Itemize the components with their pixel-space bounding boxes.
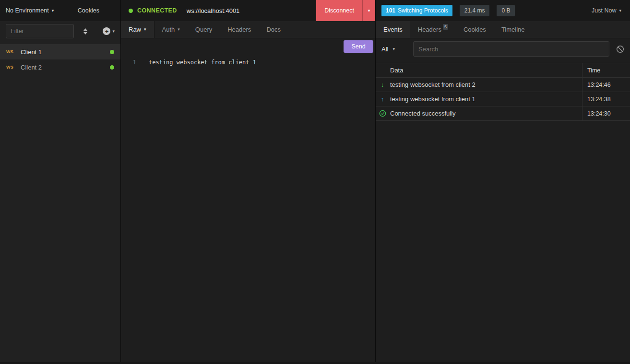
event-data: testing websocket from client 1 (389, 92, 582, 106)
sidebar: No Environment ▾ Cookies + ▾ WS Client 1… (0, 0, 121, 362)
icon-column-header (376, 63, 389, 77)
response-tabs: Events Headers 5 Cookies Timeline (376, 21, 630, 38)
disconnect-label: Disconnect (316, 0, 362, 21)
tab-raw-label: Raw (129, 26, 141, 33)
message-editor[interactable]: 1 testing websocket from client 1 (121, 55, 375, 362)
event-type-select[interactable]: All ▾ (381, 46, 408, 53)
tab-events-label: Events (383, 26, 403, 33)
tab-query[interactable]: Query (188, 21, 220, 38)
tab-cookies-label: Cookies (464, 26, 486, 33)
connection-status-dot (129, 9, 133, 13)
send-row: Send (121, 38, 375, 55)
tab-response-headers[interactable]: Headers 5 (410, 21, 456, 38)
arrow-down-icon: ↓ (381, 82, 384, 88)
environment-label: No Environment (6, 7, 49, 14)
tab-events[interactable]: Events (376, 21, 410, 38)
freshness-label: Just Now (592, 7, 616, 14)
editor-content[interactable]: testing websocket from client 1 (149, 59, 256, 66)
request-name: Client 1 (21, 48, 42, 56)
add-request-button[interactable]: + ▾ (103, 27, 115, 35)
events-table-header: Data Time (376, 63, 630, 78)
chevron-down-icon: ▾ (112, 29, 115, 34)
event-row[interactable]: ↑ testing websocket from client 1 13:24:… (376, 92, 630, 106)
tab-raw[interactable]: Raw ▾ (121, 21, 155, 38)
tab-query-label: Query (195, 26, 212, 33)
status-badge: 101 Switching Protocols (381, 5, 452, 16)
events-table: Data Time ↓ testing websocket from clien… (376, 63, 630, 121)
chevron-down-icon[interactable]: ▾ (362, 0, 375, 21)
chevron-down-icon: ▾ (392, 47, 395, 51)
chevron-down-icon: ▾ (178, 27, 180, 32)
request-topbar: CONNECTED ws://localhost:4001 Disconnect… (121, 0, 375, 21)
tab-timeline-label: Timeline (501, 26, 525, 33)
response-time-badge: 21.4 ms (460, 5, 490, 16)
send-button[interactable]: Send (344, 40, 373, 53)
event-type-select-value: All (381, 46, 388, 53)
event-time: 13:24:46 (582, 78, 630, 92)
ws-type-badge: WS (6, 65, 21, 70)
cookies-button[interactable]: Cookies (78, 7, 99, 14)
tab-response-headers-label: Headers (418, 26, 441, 33)
events-filter-row: All ▾ (376, 38, 630, 59)
tab-headers-label: Headers (227, 26, 251, 33)
plus-circle-icon: + (103, 27, 110, 35)
event-row[interactable]: ↓ testing websocket from client 2 13:24:… (376, 78, 630, 92)
icon-cell: ↓ (376, 78, 389, 92)
tab-headers[interactable]: Headers (220, 21, 259, 38)
request-name: Client 2 (21, 64, 42, 71)
tab-timeline[interactable]: Timeline (494, 21, 533, 38)
request-item-client-2[interactable]: WS Client 2 (0, 59, 120, 75)
chevron-down-icon: ▾ (144, 27, 146, 32)
status-text: Switching Protocols (398, 7, 448, 14)
ws-type-badge: WS (6, 49, 21, 54)
tab-auth-label: Auth (162, 26, 175, 33)
check-circle-icon (379, 110, 386, 117)
event-data: Connected successfully (389, 106, 582, 120)
event-time: 13:24:30 (582, 106, 630, 120)
request-tabs: Raw ▾ Auth ▾ Query Headers Docs (121, 21, 375, 38)
response-topbar: 101 Switching Protocols 21.4 ms 0 B Just… (376, 0, 630, 21)
disconnect-button[interactable]: Disconnect ▾ (316, 0, 375, 21)
editor-line-number: 1 (121, 59, 142, 66)
request-panel: CONNECTED ws://localhost:4001 Disconnect… (121, 0, 376, 362)
clear-events-icon[interactable] (616, 45, 624, 53)
tab-docs-label: Docs (266, 26, 281, 33)
time-column-header: Time (582, 63, 630, 77)
sidebar-toolbar: + ▾ (0, 21, 120, 41)
events-search-input[interactable] (413, 41, 609, 57)
chevron-down-icon: ▾ (619, 9, 621, 13)
icon-cell: ↑ (376, 92, 389, 106)
event-data: testing websocket from client 2 (389, 78, 582, 92)
request-list: WS Client 1 WS Client 2 (0, 41, 120, 75)
status-code: 101 (386, 7, 395, 14)
sort-icon[interactable] (83, 28, 87, 35)
chevron-down-icon: ▾ (52, 9, 54, 13)
filter-input[interactable] (6, 24, 74, 38)
connection-status-label: CONNECTED (137, 7, 177, 14)
data-column-header: Data (389, 63, 582, 77)
tab-auth[interactable]: Auth ▾ (155, 21, 188, 38)
environment-selector[interactable]: No Environment ▾ (6, 7, 54, 14)
request-item-client-1[interactable]: WS Client 1 (0, 44, 120, 59)
websocket-url[interactable]: ws://localhost:4001 (187, 7, 240, 14)
app-window: No Environment ▾ Cookies + ▾ WS Client 1… (0, 0, 630, 364)
connected-status-dot (110, 65, 114, 70)
tab-docs[interactable]: Docs (259, 21, 288, 38)
arrow-up-icon: ↑ (381, 96, 384, 102)
headers-count-badge: 5 (443, 24, 448, 30)
tab-cookies[interactable]: Cookies (456, 21, 494, 38)
response-panel: 101 Switching Protocols 21.4 ms 0 B Just… (376, 0, 630, 362)
event-row[interactable]: Connected successfully 13:24:30 (376, 106, 630, 121)
freshness-selector[interactable]: Just Now ▾ (592, 7, 624, 14)
event-time: 13:24:38 (582, 92, 630, 106)
icon-cell (376, 106, 389, 120)
connected-status-dot (110, 50, 114, 54)
response-size-badge: 0 B (497, 5, 515, 16)
sidebar-topbar: No Environment ▾ Cookies (0, 0, 120, 21)
